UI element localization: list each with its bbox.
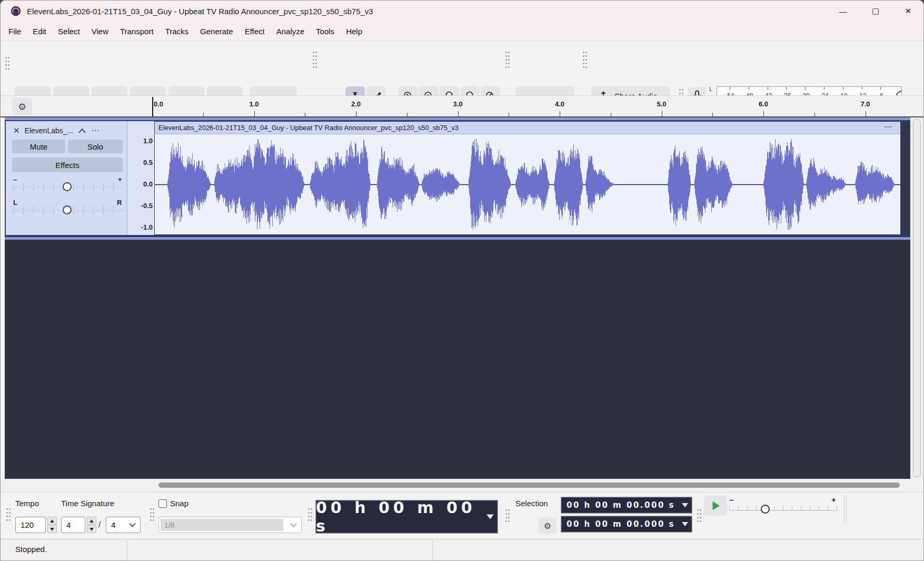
effects-button[interactable]: Effects (12, 158, 123, 172)
ruler-tick (712, 113, 713, 116)
track-area[interactable]: ✕ ElevenLabs_... ⋯ Mute Solo Effects – +… (5, 117, 910, 479)
gain-slider-thumb[interactable] (63, 182, 72, 191)
tempo-label: Tempo (15, 499, 39, 508)
menu-item-tools[interactable]: Tools (310, 24, 340, 39)
ts-upper-stepper[interactable] (87, 517, 96, 533)
ruler-tick (458, 111, 459, 116)
menu-item-edit[interactable]: Edit (27, 24, 52, 39)
selection-toolbar-grip[interactable] (505, 508, 510, 524)
tools-toolbar-grip[interactable] (312, 51, 317, 70)
track-close-icon[interactable]: ✕ (13, 126, 20, 135)
tempo-stepper[interactable] (47, 517, 57, 533)
selection-end-caret-icon[interactable] (682, 522, 688, 526)
pan-slider[interactable] (12, 203, 123, 217)
status-divider (432, 540, 433, 560)
menu-item-tracks[interactable]: Tracks (160, 24, 194, 39)
track-name[interactable]: ElevenLabs_... (25, 126, 74, 135)
ts-lower-select[interactable]: 4 (106, 517, 141, 533)
play-at-speed-grip[interactable] (697, 508, 701, 524)
time-toolbar-grip[interactable] (307, 507, 312, 523)
ruler-tick (866, 111, 866, 116)
menu-item-transport[interactable]: Transport (114, 24, 160, 39)
snap-checkbox[interactable] (158, 499, 167, 508)
share-toolbar-grip[interactable] (582, 51, 587, 70)
selection-options-button[interactable]: ⚙ (539, 518, 557, 534)
menu-item-select[interactable]: Select (52, 24, 86, 39)
ruler-tick (611, 113, 611, 116)
title-bar[interactable]: ElevenLabs_2026-01-21T15_03_04_Guy - Upb… (1, 1, 924, 22)
clip-menu-icon[interactable]: ⋯ (884, 122, 893, 132)
ruler-label-7.0: 7.0 (860, 100, 870, 108)
maximize-button[interactable]: ▢ (859, 1, 892, 22)
vruler-label--0.5: -0.5 (141, 202, 153, 210)
solo-button[interactable]: Solo (68, 140, 123, 153)
vruler-label--1.0: -1.0 (141, 223, 153, 231)
bottom-toolbar: Tempo 120 Time Signature 4 / 4 Snap 1/8 … (1, 492, 924, 539)
menu-bar: FileEditSelectViewTransportTracksGenerat… (1, 22, 924, 41)
vertical-scrollbar[interactable] (910, 117, 924, 479)
play-speed-slider[interactable] (729, 503, 838, 515)
audio-clip[interactable]: ElevenLabs_2026-01-21T15_03_04_Guy - Upb… (154, 121, 901, 235)
meter-scale-tick (880, 87, 881, 90)
time-format-caret-icon[interactable] (486, 515, 494, 519)
meter-scale-tick (862, 87, 862, 90)
selected-track-band-bottom (5, 237, 910, 240)
time-signature-label: Time Signature (61, 499, 114, 508)
menu-item-generate[interactable]: Generate (194, 24, 239, 39)
transport-toolbar-grip[interactable] (5, 56, 9, 72)
status-text: Stopped. (15, 545, 47, 554)
toolbar-separator (844, 495, 844, 524)
ruler-tick (814, 113, 815, 116)
selection-start-field[interactable]: 00 h 00 m 00.000 s (561, 497, 692, 514)
vertical-scale-ruler[interactable]: 1.00.50.0-0.5-1.0 (127, 121, 157, 235)
play-at-speed-button[interactable] (704, 496, 727, 516)
ruler-tick (662, 111, 662, 116)
time-signature-grip[interactable] (6, 507, 11, 523)
track-menu-icon[interactable]: ⋯ (91, 126, 100, 135)
selection-end-field[interactable]: 00 h 00 m 00.000 s (561, 516, 692, 533)
meter-scale-tick (730, 87, 730, 90)
horizontal-scrollbar-thumb[interactable] (158, 483, 900, 488)
ruler-tick (254, 111, 255, 116)
collapse-track-icon[interactable] (78, 129, 86, 133)
waveform-canvas[interactable] (155, 134, 900, 234)
status-bar: Stopped. (1, 539, 924, 561)
ruler-tick (203, 113, 204, 116)
minimize-button[interactable]: — (827, 1, 859, 22)
snap-select[interactable]: 1/8 (158, 517, 302, 533)
mute-button[interactable]: Mute (12, 140, 65, 153)
main-toolbar: I ✎ ∗ (1, 41, 924, 95)
ruler-label-4.0: 4.0 (555, 100, 564, 108)
playhead-cursor (152, 97, 153, 116)
close-button[interactable]: ✕ (892, 1, 924, 22)
timeline-ruler[interactable]: ⚙ 0.01.02.03.04.05.06.07.0 (1, 95, 924, 117)
ts-upper-input[interactable]: 4 (61, 517, 85, 533)
audio-track[interactable]: ✕ ElevenLabs_... ⋯ Mute Solo Effects – +… (5, 120, 910, 236)
vertical-scrollbar-thumb[interactable] (913, 119, 921, 477)
audacity-window: ElevenLabs_2026-01-21T15_03_04_Guy - Upb… (0, 0, 924, 561)
selection-start-caret-icon[interactable] (682, 503, 688, 507)
menu-item-file[interactable]: File (3, 24, 27, 39)
tempo-input[interactable]: 120 (15, 517, 46, 533)
gain-slider[interactable] (12, 180, 123, 194)
meter-scale-tick (768, 87, 768, 90)
selection-label: Selection (515, 499, 548, 508)
menu-item-effect[interactable]: Effect (239, 24, 271, 39)
time-display[interactable]: 00 h 00 m 00 s (315, 500, 498, 534)
snap-grip[interactable] (150, 507, 154, 523)
menu-item-help[interactable]: Help (340, 24, 368, 39)
toolbar-separator (846, 495, 847, 524)
horizontal-scrollbar[interactable] (1, 479, 924, 492)
menu-item-view[interactable]: View (86, 24, 114, 39)
vruler-label-0.5: 0.5 (143, 159, 153, 166)
ruler-tick (356, 111, 356, 116)
audio-setup-grip[interactable] (505, 51, 510, 70)
ruler-tick (560, 111, 560, 116)
clip-header[interactable]: ElevenLabs_2026-01-21T15_03_04_Guy - Upb… (155, 122, 900, 134)
menu-item-analyze[interactable]: Analyze (271, 24, 310, 39)
pan-slider-thumb[interactable] (63, 205, 72, 214)
ruler-tick (763, 111, 764, 116)
play-speed-thumb[interactable] (761, 505, 770, 514)
ts-slash: / (98, 520, 101, 529)
ruler-label-6.0: 6.0 (759, 100, 768, 108)
